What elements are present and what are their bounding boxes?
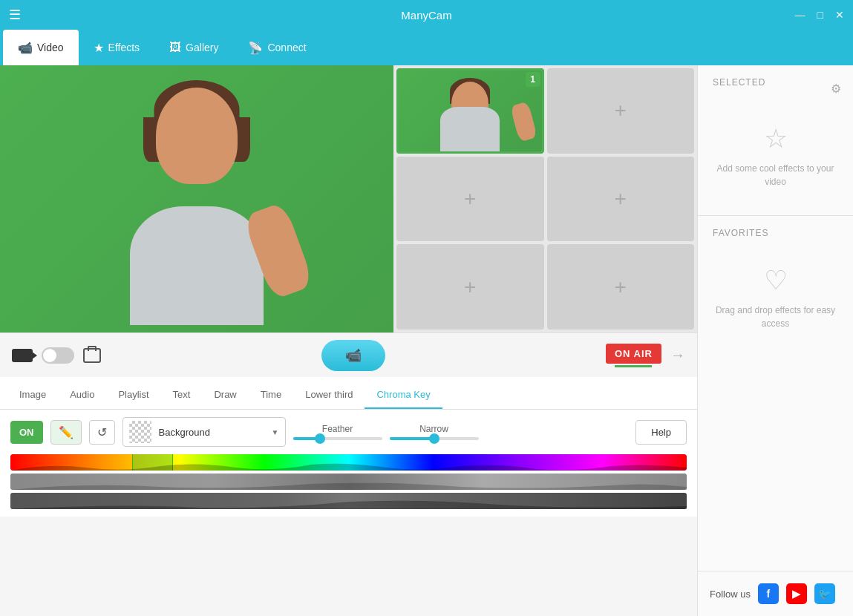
heart-empty-icon: ♡: [764, 265, 788, 296]
tab-lower-third[interactable]: Lower third: [293, 381, 365, 409]
minimize-button[interactable]: —: [795, 9, 805, 21]
cell-badge-1: 1: [526, 72, 540, 87]
tab-chroma-key[interactable]: Chroma Key: [365, 381, 442, 409]
dark-bar: [10, 493, 687, 509]
connect-nav-icon: 📡: [248, 41, 263, 55]
on-air-badge: ON AIR: [606, 344, 661, 364]
main-layout: 1 + + + + +: [0, 65, 853, 616]
background-checker-icon: [129, 421, 151, 443]
favorites-section-title: FAVORITES: [713, 228, 768, 238]
preview-body-1: [440, 107, 500, 151]
effects-empty-state: ☆ Add some cool effects to your video: [710, 108, 841, 203]
title-bar: ☰ ManyCam — □ ✕: [0, 0, 853, 30]
tab-draw[interactable]: Draw: [202, 381, 248, 409]
feather-label: Feather: [322, 424, 353, 434]
close-button[interactable]: ✕: [835, 9, 844, 21]
right-panel: SELECTED ⚙ ☆ Add some cool effects to yo…: [697, 65, 853, 616]
source-cell-2[interactable]: +: [547, 68, 695, 154]
twitter-icon[interactable]: 🐦: [814, 583, 835, 604]
preview-arm-1: [509, 101, 537, 142]
camera-button[interactable]: [12, 348, 33, 363]
effects-empty-text: Add some cool effects to your video: [710, 162, 841, 189]
dark-wave-overlay: [10, 499, 687, 509]
gallery-nav-icon: 🖼: [169, 41, 181, 54]
chroma-panel: ON ✏️ ↺ Background ▼ Feather: [0, 410, 697, 454]
person-body: [130, 206, 264, 325]
settings-icon[interactable]: ⚙: [831, 82, 841, 96]
narrow-fill: [390, 437, 434, 440]
narrow-label: Narrow: [419, 424, 448, 434]
right-controls: SELECTED ⚙: [710, 77, 841, 99]
narrow-slider[interactable]: [390, 437, 479, 440]
background-select-label: Background: [159, 427, 267, 438]
nav-tab-video[interactable]: 📹 Video: [3, 30, 79, 65]
tab-bar: Image Audio Playlist Text Draw Time Lowe…: [0, 377, 697, 410]
feather-thumb[interactable]: [315, 433, 325, 444]
source-cell-6[interactable]: +: [547, 244, 695, 330]
source-grid: 1 + + + + +: [393, 65, 697, 332]
selected-section: SELECTED ⚙ ☆ Add some cool effects to yo…: [698, 65, 853, 215]
source-cell-preview-1: [399, 71, 542, 151]
content-area: 1 + + + + +: [0, 65, 697, 616]
eyedropper-icon: ✏️: [59, 426, 73, 439]
narrow-slider-group: Narrow: [390, 424, 479, 440]
nav-tab-connect-label: Connect: [267, 42, 306, 53]
navbar: 📹 Video ★ Effects 🖼 Gallery 📡 Connect: [0, 30, 853, 65]
source-cell-1[interactable]: 1: [396, 68, 544, 154]
on-air-underline: [615, 365, 652, 367]
youtube-icon[interactable]: ▶: [786, 583, 807, 604]
gray-wave-overlay: [10, 479, 687, 490]
tab-time[interactable]: Time: [249, 381, 293, 409]
source-cell-4[interactable]: +: [547, 157, 695, 242]
tab-text[interactable]: Text: [161, 381, 203, 409]
record-toggle[interactable]: [42, 347, 74, 364]
tab-playlist[interactable]: Playlist: [106, 381, 160, 409]
chroma-on-button[interactable]: ON: [10, 421, 43, 444]
person-head: [156, 88, 238, 184]
follow-bar: Follow us f ▶ 🐦: [698, 571, 853, 616]
color-bars: [0, 454, 697, 517]
nav-tab-effects-label: Effects: [108, 42, 140, 53]
source-cell-5[interactable]: +: [396, 244, 544, 330]
facebook-icon[interactable]: f: [758, 583, 779, 604]
nav-tab-gallery-label: Gallery: [186, 42, 218, 53]
app-title: ManyCam: [401, 9, 451, 22]
video-area: 1 + + + + +: [0, 65, 697, 332]
menu-icon[interactable]: ☰: [9, 7, 21, 23]
reset-button[interactable]: ↺: [89, 420, 115, 445]
spectrum-wave-overlay: [10, 462, 687, 471]
controls-bar: 📹 ON AIR →: [0, 332, 697, 377]
feather-slider[interactable]: [293, 437, 382, 440]
tab-image[interactable]: Image: [7, 381, 58, 409]
help-button[interactable]: Help: [635, 420, 687, 445]
add-source-icon-2: +: [615, 99, 627, 122]
chroma-controls: ON ✏️ ↺ Background ▼ Feather: [10, 417, 687, 447]
camera-icon: [12, 349, 33, 362]
maximize-button[interactable]: □: [817, 9, 823, 21]
background-select[interactable]: Background ▼: [122, 417, 286, 447]
camera-btn-icon: 📹: [345, 347, 362, 364]
add-source-icon-6: +: [615, 275, 627, 299]
add-source-icon-5: +: [464, 275, 476, 299]
narrow-thumb[interactable]: [429, 433, 439, 444]
add-source-icon-4: +: [615, 187, 627, 211]
favorites-empty-state: ♡ Drag and drop effects for easy access: [710, 250, 841, 345]
video-person: [0, 65, 393, 332]
source-cell-3[interactable]: +: [396, 157, 544, 242]
tab-audio[interactable]: Audio: [58, 381, 106, 409]
screenshot-button[interactable]: [83, 348, 101, 363]
window-controls: — □ ✕: [795, 9, 844, 21]
gray-bar: [10, 474, 687, 490]
nav-tab-effects[interactable]: ★ Effects: [79, 30, 155, 65]
dropdown-arrow-icon: ▼: [272, 428, 279, 436]
selected-section-title: SELECTED: [713, 77, 765, 88]
record-button[interactable]: 📹: [321, 340, 385, 371]
nav-tab-connect[interactable]: 📡 Connect: [233, 30, 321, 65]
nav-tab-gallery[interactable]: 🖼 Gallery: [154, 30, 233, 65]
eyedropper-button[interactable]: ✏️: [50, 420, 82, 445]
spectrum-rainbow-bar: [10, 454, 687, 471]
star-empty-icon: ☆: [764, 123, 788, 154]
add-source-icon-3: +: [464, 187, 476, 211]
nav-tab-video-label: Video: [37, 42, 64, 53]
arrow-right-icon[interactable]: →: [670, 347, 685, 364]
